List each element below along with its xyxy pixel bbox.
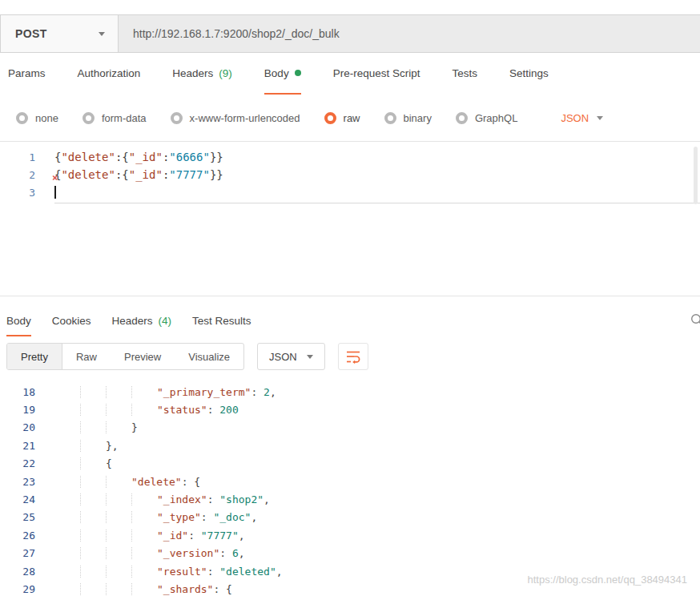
code-line: 18"_primary_term": 2,: [0, 383, 700, 401]
editor-scrollbar[interactable]: [694, 147, 698, 204]
line-number: 28: [0, 566, 35, 578]
method-label: POST: [15, 27, 47, 40]
radio-selected-icon: [324, 112, 336, 124]
indent-guide: [131, 386, 157, 398]
response-body-viewer[interactable]: 18"_primary_term": 2,19"status": 20020}2…: [0, 377, 700, 596]
code-token: "_id": [157, 530, 188, 542]
code-token: }}: [210, 168, 223, 181]
code-token: : {: [182, 476, 200, 488]
indent-guide: [106, 566, 131, 578]
indent-guide: [54, 421, 80, 433]
code-token: "status": [157, 404, 207, 416]
indent-guide: [54, 386, 80, 398]
line-number: 20: [0, 421, 35, 433]
request-url-bar: POST http://192.168.1.7:9200/shop2/_doc/…: [0, 14, 700, 53]
response-tab-body[interactable]: Body: [6, 306, 31, 336]
indent-guide: [106, 511, 131, 523]
response-language-label: JSON: [269, 351, 297, 363]
view-raw[interactable]: Raw: [62, 344, 111, 369]
indent-guide: [54, 457, 80, 469]
bodytype-raw[interactable]: raw: [324, 112, 360, 124]
response-tab-cookies[interactable]: Cookies: [52, 306, 91, 336]
indent-guide: [106, 386, 131, 398]
body-type-row: none form-data x-www-form-urlencoded raw…: [0, 95, 700, 141]
code-line: 22{: [0, 455, 700, 473]
response-language-select[interactable]: JSON: [257, 343, 325, 370]
indent-guide: [106, 476, 131, 488]
tab-label: Body: [264, 67, 289, 79]
line-number: 19: [0, 404, 35, 416]
indent-guide: [131, 511, 157, 523]
raw-language-select[interactable]: JSON: [561, 112, 603, 124]
code-line: 23"delete": {: [0, 473, 700, 490]
url-text: http://192.168.1.7:9200/shop2/_doc/_bulk: [133, 27, 340, 40]
code-token: }: [131, 421, 138, 433]
tab-settings[interactable]: Settings: [509, 53, 549, 95]
search-icon[interactable]: [690, 313, 700, 330]
request-body-editor[interactable]: × 1{"delete":{"_id":"6666"}}2{"delete":{…: [0, 141, 700, 296]
chevron-down-icon: [99, 32, 105, 36]
code-token: ,: [270, 386, 276, 398]
line-number: 23: [0, 476, 35, 488]
wrap-text-button[interactable]: [338, 343, 368, 370]
headers-count-badge: (4): [159, 315, 172, 327]
url-input[interactable]: http://192.168.1.7:9200/shop2/_doc/_bulk: [118, 15, 700, 52]
bodytype-none[interactable]: none: [16, 112, 58, 124]
tab-headers[interactable]: Headers(9): [172, 53, 232, 95]
code-token: 200: [219, 404, 238, 416]
code-token: ,: [239, 547, 245, 559]
indent-guide: [131, 583, 157, 595]
view-pretty[interactable]: Pretty: [7, 344, 62, 369]
indent-guide: [80, 493, 106, 505]
bodytype-label: raw: [344, 112, 360, 124]
indent-guide: [131, 493, 157, 505]
bodytype-label: x-www-form-urlencoded: [190, 112, 300, 124]
tab-authorization[interactable]: Authorization: [78, 53, 141, 95]
code-line: 3: [0, 183, 700, 201]
radio-icon: [82, 112, 95, 124]
view-visualize[interactable]: Visualize: [175, 344, 243, 369]
code-token: "7777": [169, 168, 210, 181]
bodytype-graphql[interactable]: GraphQL: [456, 112, 517, 124]
tab-body[interactable]: Body: [264, 53, 301, 95]
code-line: 26"_id": "7777",: [0, 526, 700, 544]
line-number: 25: [0, 511, 35, 523]
code-token: "shop2": [219, 493, 264, 505]
code-token: "_version": [157, 547, 219, 559]
json-error-marker-icon: ×: [52, 172, 58, 183]
method-select[interactable]: POST: [1, 15, 118, 52]
view-preview[interactable]: Preview: [111, 344, 175, 369]
code-token: "delete": [131, 476, 182, 488]
line-number: 27: [0, 547, 35, 559]
code-token: 2: [264, 386, 270, 398]
code-token: "_primary_term": [157, 386, 251, 398]
indent-guide: [131, 530, 157, 542]
code-token: "_shards": [157, 583, 213, 595]
bodytype-form-data[interactable]: form-data: [82, 112, 147, 124]
code-line: 1{"delete":{"_id":"6666"}}: [0, 148, 700, 166]
tab-pre-request-script[interactable]: Pre-request Script: [333, 53, 420, 95]
request-tabs: Params Authorization Headers(9) Body Pre…: [0, 53, 700, 95]
indent-guide: [80, 440, 106, 452]
active-line-rule: [54, 203, 700, 203]
response-tab-test-results[interactable]: Test Results: [192, 306, 251, 336]
bodytype-binary[interactable]: binary: [384, 112, 432, 124]
tab-label: Pre-request Script: [333, 67, 420, 79]
code-token: ,: [264, 493, 270, 505]
code-token: "_index": [157, 493, 207, 505]
code-token: "7777": [201, 530, 239, 542]
code-token: "_id": [129, 151, 163, 163]
bodytype-x-www-form-urlencoded[interactable]: x-www-form-urlencoded: [171, 112, 300, 124]
radio-icon: [171, 112, 183, 124]
indent-guide: [80, 530, 106, 542]
response-tab-headers[interactable]: Headers(4): [112, 306, 172, 336]
tab-tests[interactable]: Tests: [452, 53, 477, 95]
code-token: "_type": [157, 511, 201, 523]
tab-params[interactable]: Params: [8, 53, 46, 95]
code-token: :: [163, 151, 169, 163]
indent-guide: [80, 566, 106, 578]
tab-label: Authorization: [78, 67, 141, 79]
code-token: : {: [213, 583, 231, 595]
headers-count-badge: (9): [219, 67, 232, 79]
code-line: 27"_version": 6,: [0, 545, 700, 562]
